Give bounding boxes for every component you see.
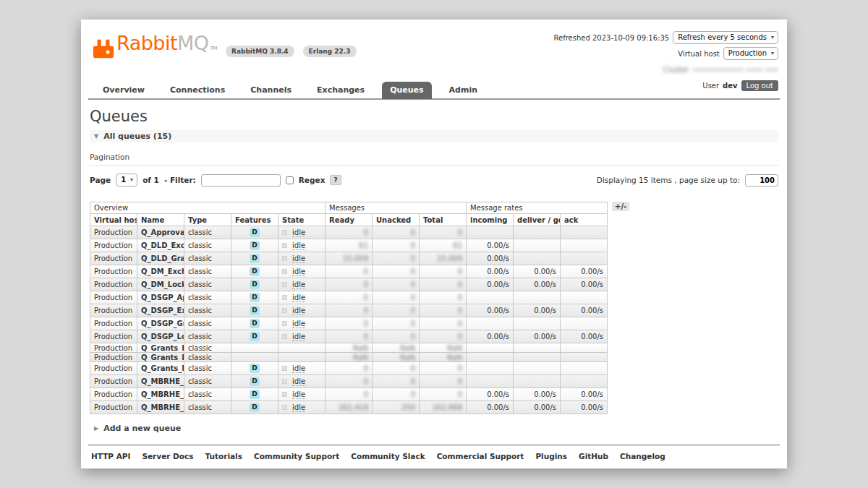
cell-type: classic [184, 265, 231, 278]
cell-rate-ack [561, 317, 608, 330]
queue-name-link[interactable]: Q_DM_LockUnlock [137, 278, 184, 291]
state-indicator-icon [282, 243, 287, 248]
cell-total: 0 [420, 375, 467, 388]
cell-total-value-redacted: 162,668 [433, 403, 462, 411]
cell-vhost: Production [90, 388, 137, 401]
state-label: idle [292, 377, 305, 386]
queue-name-link[interactable]: Q_Grants_MBRHE_RPC_DSGP_GetGrant [137, 362, 184, 375]
footer-link-commercial-support[interactable]: Commercial Support [437, 452, 524, 461]
cell-features: D [231, 304, 278, 317]
footer-link-server-docs[interactable]: Server Docs [142, 452, 193, 461]
tab-channels[interactable]: Channels [242, 82, 299, 99]
queue-name-link[interactable]: Q_DSGP_Exchange [137, 304, 184, 317]
cell-features: D [231, 401, 278, 414]
cell-features: D [231, 330, 278, 343]
column-header-virtual-host[interactable]: Virtual host [90, 214, 137, 226]
footer-link-tutorials[interactable]: Tutorials [205, 452, 242, 461]
cell-features [231, 343, 278, 353]
cell-ready-value-redacted: 162,418 [339, 403, 368, 411]
cell-vhost: Production [90, 330, 137, 343]
column-header-features[interactable]: Features [231, 214, 278, 226]
footer-link-plugins[interactable]: Plugins [535, 452, 567, 461]
footer-link-github[interactable]: GitHub [579, 452, 608, 461]
column-header-incoming[interactable]: incoming [467, 214, 514, 226]
tab-exchanges[interactable]: Exchanges [309, 82, 373, 99]
cell-total-value-redacted: NaN [447, 344, 462, 352]
queues-table-wrap: OverviewMessagesMessage ratesVirtual hos… [90, 202, 778, 414]
queue-name-link[interactable]: Q_Grants_DM_RPC_DSGP_GetGrant [137, 353, 184, 362]
regex-checkbox[interactable] [286, 176, 294, 184]
regex-help-button[interactable]: ? [330, 175, 341, 185]
cell-rate-ack: 0.00/s [561, 304, 608, 317]
rabbitmq-app-window: RabbitMQTM RabbitMQ 3.8.4 Erlang 22.3 Re… [81, 20, 787, 468]
cell-type: classic [184, 362, 231, 375]
state-indicator-icon [282, 282, 287, 287]
tab-overview[interactable]: Overview [95, 82, 153, 99]
queue-name-link[interactable]: Q_DLD_Grant_Crud [137, 252, 184, 265]
footer-link-community-slack[interactable]: Community Slack [351, 452, 425, 461]
cell-type: classic [184, 343, 231, 353]
column-header-ready[interactable]: Ready [326, 214, 373, 226]
cell-total-value-redacted: 0 [458, 320, 462, 328]
cell-type: classic [184, 388, 231, 401]
state-label: idle [292, 294, 305, 302]
cell-total-value-redacted: 0 [458, 307, 462, 314]
column-toggle-button[interactable]: +/- [612, 202, 629, 211]
add-new-queue-toggle[interactable]: ▶ Add a new queue [90, 424, 778, 433]
table-row: ProductionQ_Grants_DLD_RPC_DSGP_GetGrant… [90, 343, 608, 353]
refreshed-timestamp: Refreshed 2023-10-09 09:16:35 [554, 34, 670, 42]
tab-admin[interactable]: Admin [441, 82, 485, 99]
queue-name-link[interactable]: Q_DSGP_Approval_Crud [137, 291, 184, 304]
column-header-name[interactable]: Name [137, 214, 184, 226]
queue-name-link[interactable]: Q_MBRHE_Approval_Crud [137, 375, 184, 388]
filter-input[interactable] [201, 174, 281, 187]
queue-name-link[interactable]: Q_Grants_DLD_RPC_DSGP_GetGrant [137, 343, 184, 353]
rabbitmq-logo-icon[interactable] [93, 38, 114, 59]
queue-name-link[interactable]: Q_DSGP_LockUnlock [137, 330, 184, 343]
cell-rate-incoming: 0.00/s [467, 265, 514, 278]
footer-link-changelog[interactable]: Changelog [620, 452, 665, 461]
footer-link-community-support[interactable]: Community Support [254, 452, 339, 461]
all-queues-section-header[interactable]: ▼ All queues (15) [90, 130, 778, 142]
page-size-input[interactable] [745, 174, 778, 187]
cell-state: idle [278, 304, 326, 317]
queue-name-link[interactable]: Q_MBRHE_Grant_Crud [137, 401, 184, 414]
queue-name-link[interactable]: Q_Approvals_MBRHE_RPC_DSGP_GetApproval [137, 226, 184, 239]
cell-rate-ack [561, 252, 608, 265]
queue-name-link[interactable]: Q_DLD_Exchange [137, 239, 184, 252]
cell-total-value-redacted: NaN [447, 354, 462, 361]
state-label: idle [292, 364, 305, 373]
column-header-state[interactable]: State [278, 214, 326, 226]
column-header-ack[interactable]: ack [561, 214, 608, 226]
tab-queues[interactable]: Queues [382, 82, 431, 99]
page-label: Page [90, 176, 111, 184]
table-row: ProductionQ_DSGP_Approval_CrudclassicDid… [90, 291, 608, 304]
cell-vhost: Production [90, 239, 137, 252]
cell-ready: NaN [326, 343, 373, 353]
refresh-interval-select[interactable]: Refresh every 5 seconds▾ [673, 31, 778, 44]
column-header-deliver-get[interactable]: deliver / get [514, 214, 561, 226]
cell-ready-value-redacted: 61 [359, 241, 368, 249]
cell-ready-value-redacted: NaN [353, 354, 368, 361]
cell-state: idle [278, 278, 326, 291]
column-header-type[interactable]: Type [184, 214, 231, 226]
table-row: ProductionQ_Grants_DM_RPC_DSGP_GetGrantc… [90, 353, 608, 362]
queue-name-link[interactable]: Q_MBRHE_Exchange [137, 388, 184, 401]
durable-feature-badge: D [250, 403, 259, 412]
footer-link-http-api[interactable]: HTTP API [91, 452, 130, 461]
cell-unacked-value-redacted: 0 [411, 267, 415, 275]
column-header-unacked[interactable]: Unacked [373, 214, 420, 226]
tab-connections[interactable]: Connections [162, 82, 233, 99]
cell-unacked-value-redacted: 0 [411, 281, 415, 288]
vhost-select[interactable]: Production▾ [723, 47, 778, 60]
column-header-total[interactable]: Total [420, 214, 467, 226]
page-number-select[interactable]: 1▾ [116, 174, 137, 187]
state-indicator-icon [282, 392, 287, 397]
state-indicator-icon [282, 295, 287, 300]
cell-state: idle [278, 317, 326, 330]
queue-name-link[interactable]: Q_DM_Exchange [137, 265, 184, 278]
cell-rate-deliver-get [514, 252, 561, 265]
cell-ready-value-redacted: NaN [353, 344, 368, 352]
queue-name-link[interactable]: Q_DSGP_Grant_Crud [137, 317, 184, 330]
cell-unacked-value-redacted: NaN [400, 344, 415, 352]
